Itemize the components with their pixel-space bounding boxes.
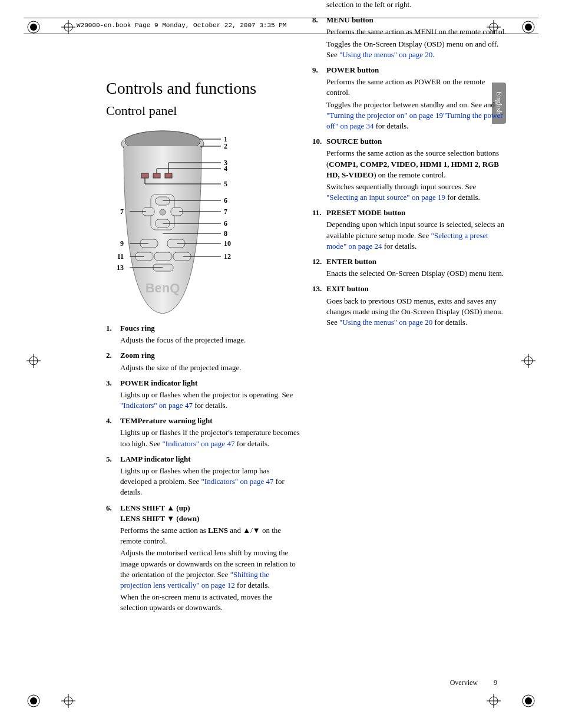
svg-text:7: 7 xyxy=(224,207,227,216)
svg-text:13: 13 xyxy=(117,263,124,272)
item-number: 4. xyxy=(106,416,120,449)
item-paragraph: Adjusts the focus of the projected image… xyxy=(120,335,300,345)
control-panel-diagram: BenQ 1 2 3 4 5 6 7 7 6 8 9 10 xyxy=(106,127,236,316)
cross-reference-link[interactable]: "Selecting a preset mode" on page 24 xyxy=(326,231,488,251)
item-paragraph: Toggles the projector between standby an… xyxy=(326,100,507,132)
cross-reference-link[interactable]: "Selecting an input source" on page 19 xyxy=(326,193,445,202)
svg-point-36 xyxy=(160,209,166,215)
item-number: 8. xyxy=(312,15,326,60)
item-title: LENS SHIFT ▲ (up) xyxy=(120,503,300,513)
list-item: 13.EXIT buttonGoes back to previous OSD … xyxy=(312,284,507,328)
item-paragraph: When the on-screen menu is activated, mo… xyxy=(120,592,300,613)
crop-mark-icon xyxy=(27,354,41,368)
item-number: 6. xyxy=(106,503,120,614)
crop-mark-icon xyxy=(487,694,501,708)
svg-text:11: 11 xyxy=(117,252,124,261)
svg-text:9: 9 xyxy=(120,239,124,248)
item-paragraph: Toggles the On-Screen Display (OSD) menu… xyxy=(326,39,507,60)
crop-mark-icon xyxy=(61,694,75,708)
item-paragraph: Adjusts the size of the projected image. xyxy=(120,363,300,373)
svg-text:10: 10 xyxy=(224,239,231,248)
item-number: 10. xyxy=(312,136,326,203)
cross-reference-link[interactable]: "Indicators" on page 47 xyxy=(201,477,274,486)
cross-reference-link[interactable]: "Using the menus" on page 20 xyxy=(339,50,432,59)
item-title: PRESET MODE button xyxy=(326,207,507,218)
item-title: TEMPerature warning light xyxy=(120,416,300,426)
list-item: 2.Zoom ringAdjusts the size of the proje… xyxy=(106,350,300,373)
item-paragraph: Switches sequentially through input sour… xyxy=(326,182,507,203)
list-item: 11.PRESET MODE buttonDepending upon whic… xyxy=(312,207,507,252)
item-title: POWER indicator light xyxy=(120,378,300,388)
cross-reference-link[interactable]: "Using the menus" on page 20 xyxy=(339,318,432,327)
page-footer: Overview 9 xyxy=(450,678,497,688)
item-number: 12. xyxy=(312,256,326,279)
item-title: EXIT button xyxy=(326,284,507,294)
crop-mark-icon xyxy=(27,694,41,708)
svg-text:7: 7 xyxy=(120,207,124,216)
footer-page-number: 9 xyxy=(494,678,497,688)
item-number: 5. xyxy=(106,454,120,498)
svg-text:6: 6 xyxy=(224,219,227,228)
item-title: POWER button xyxy=(326,65,507,75)
item-title: Foucs ring xyxy=(120,323,300,334)
list-item: 8.MENU buttonPerforms the same action as… xyxy=(312,15,507,60)
item-paragraph: Performs the same action as POWER on the… xyxy=(326,77,507,98)
header-crop-text: W20000-en.book Page 9 Monday, October 22… xyxy=(77,21,286,30)
cross-reference-link[interactable]: "Indicators" on page 47 xyxy=(120,401,193,410)
list-item: 4.TEMPerature warning lightLights up or … xyxy=(106,416,300,449)
svg-text:4: 4 xyxy=(224,164,227,173)
item-number: 9. xyxy=(312,65,326,131)
svg-point-25 xyxy=(525,697,532,704)
item-paragraph: Enacts the selected On-Screen Display (O… xyxy=(326,268,507,279)
item-number: 3. xyxy=(106,378,120,411)
item-number: 11. xyxy=(312,207,326,252)
cross-reference-link[interactable]: "Shifting the projection lens vertically… xyxy=(120,570,269,589)
bold-text: COMP1, COMP2, VIDEO, HDMI 1, HDMI 2, RGB… xyxy=(326,160,499,179)
cross-reference-link[interactable]: "Indicators" on page 47 xyxy=(163,439,235,448)
svg-text:6: 6 xyxy=(224,196,227,205)
item-number: 13. xyxy=(312,284,326,328)
list-item: 1.Foucs ringAdjusts the focus of the pro… xyxy=(106,323,300,345)
svg-text:12: 12 xyxy=(224,252,231,261)
crop-mark-icon xyxy=(521,354,535,368)
svg-text:2: 2 xyxy=(224,142,227,150)
bold-text: LENS xyxy=(208,526,228,535)
cross-reference-link[interactable]: "Turning the projector on" on page 19 xyxy=(326,111,443,120)
item-paragraph: Goes back to previous OSD menus, exits a… xyxy=(326,296,507,328)
item-paragraph: Performs the same action as the source s… xyxy=(326,148,507,180)
svg-rect-30 xyxy=(165,173,172,178)
svg-point-17 xyxy=(30,697,37,704)
item-paragraph: Lights up or flashes when the projector … xyxy=(120,390,300,411)
item-paragraph: Performs the same action as LENS and ▲/▼… xyxy=(120,525,300,546)
svg-rect-40 xyxy=(154,252,172,261)
item-title: SOURCE button xyxy=(326,136,507,147)
item-paragraph: Depending upon which input source is sel… xyxy=(326,219,507,252)
item-paragraph: Lights up or flashes when the projector … xyxy=(120,466,300,498)
item-paragraph: Performs the same action as MENU on the … xyxy=(326,27,507,37)
list-item: 3.POWER indicator lightLights up or flas… xyxy=(106,378,300,411)
list-item: 9.POWER buttonPerforms the same action a… xyxy=(312,65,507,131)
item-number: 1. xyxy=(106,323,120,345)
list-item: 6.LENS SHIFT ▲ (up)LENS SHIFT ▼ (down)Pe… xyxy=(106,503,300,614)
item-title: Zoom ring xyxy=(120,350,300,361)
svg-rect-29 xyxy=(153,173,160,178)
item-title: LENS SHIFT ▼ (down) xyxy=(120,513,300,524)
item-paragraph: Adjusts the motorised vertical lens shif… xyxy=(120,548,300,591)
svg-rect-28 xyxy=(141,173,148,178)
svg-text:5: 5 xyxy=(224,180,227,188)
item-number: 7. xyxy=(312,0,326,10)
list-item: 7.Keystone ◻ / Left-arrow ◀ buttonKeysto… xyxy=(312,0,507,10)
item-title: LAMP indicator light xyxy=(120,454,300,465)
item-paragraph: When the on-screen menu is activated, mo… xyxy=(326,0,507,10)
item-title: ENTER button xyxy=(326,256,507,267)
svg-rect-32 xyxy=(156,197,170,205)
list-item: 10.SOURCE buttonPerforms the same action… xyxy=(312,136,507,203)
crop-mark-icon xyxy=(521,694,535,708)
item-number: 2. xyxy=(106,350,120,373)
item-title: MENU button xyxy=(326,15,507,25)
list-item: 12.ENTER buttonEnacts the selected On-Sc… xyxy=(312,256,507,279)
item-paragraph: Lights up or flashes if the projector's … xyxy=(120,427,300,449)
svg-text:8: 8 xyxy=(224,229,227,238)
list-item: 5.LAMP indicator lightLights up or flash… xyxy=(106,454,300,498)
brand-logo: BenQ xyxy=(146,281,180,295)
